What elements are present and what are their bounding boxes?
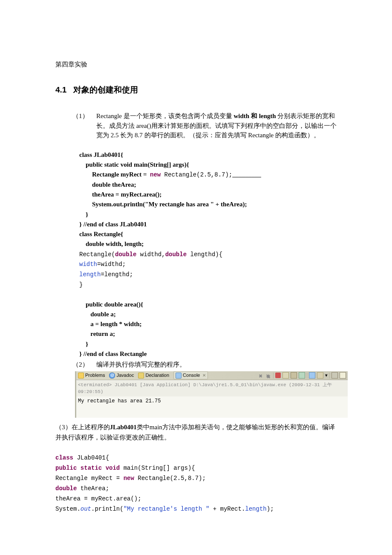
problems-icon xyxy=(78,373,84,379)
section-title: 4.1 对象的创建和使用 xyxy=(55,84,337,96)
tab-declaration[interactable]: Declaration xyxy=(138,372,169,379)
code-line: double a; xyxy=(79,311,116,318)
question-2: （2） 编译并执行你填写完整的程序。 xyxy=(72,360,337,370)
clear-icon[interactable] xyxy=(282,372,289,379)
console-icon xyxy=(176,373,182,379)
code-line: System.out.println("My rectangle has are… xyxy=(79,201,247,208)
section-name: 对象的创建和使用 xyxy=(73,85,138,94)
keyword-double: double xyxy=(55,485,77,492)
question-2-number: （2） xyxy=(72,360,96,370)
javadoc-icon: @ xyxy=(109,373,115,379)
code-line: } xyxy=(79,341,88,347)
separator-icon xyxy=(273,373,274,379)
keyword-void: void xyxy=(106,465,120,471)
remove-terminated-icon[interactable]: ✖ xyxy=(259,373,264,378)
code-line: } //end of class Rectangle xyxy=(79,350,147,357)
field-length: length xyxy=(79,271,101,278)
code-line: theArea = myRect.area(); xyxy=(79,191,161,198)
separator-icon xyxy=(307,373,307,379)
chapter-subtitle: 第四章实验 xyxy=(55,60,337,69)
tab-console[interactable]: Console ✕ xyxy=(173,371,208,379)
console-process-info: <terminated> JLab0401 [Java Application]… xyxy=(76,380,348,396)
console-tabbar: Problems @ Javadoc Declaration Console ✕… xyxy=(76,371,348,380)
minimize-icon[interactable] xyxy=(331,372,338,379)
question-1-number: （1） xyxy=(72,111,96,140)
terminate-icon[interactable] xyxy=(275,373,281,378)
tab-javadoc[interactable]: @ Javadoc xyxy=(109,372,134,379)
code-line: return a; xyxy=(79,330,115,337)
question-3: （3）在上述程序的JLab0401类中main方法中添加相关语句，使之能够输出矩… xyxy=(55,422,337,442)
keyword-new: new xyxy=(150,171,161,178)
code-line: a = length * width; xyxy=(79,321,141,327)
field-length: length xyxy=(245,506,266,512)
separator-icon xyxy=(329,373,330,379)
code-line: } //end of class JLab0401 xyxy=(79,221,147,228)
eclipse-console-panel: Problems @ Javadoc Declaration Console ✕… xyxy=(75,371,348,418)
code-line: double theArea; xyxy=(79,181,136,188)
code-line: class Rectangle{ xyxy=(79,231,123,237)
code-block-2: class JLab0401{ public static void main(… xyxy=(55,442,337,515)
console-output: My rectangle has area 21.75 xyxy=(76,396,348,418)
code-line: public double area(){ xyxy=(79,301,143,308)
code-line: double width, length; xyxy=(79,240,144,247)
tab-problems[interactable]: Problems xyxy=(78,372,105,379)
scroll-lock-icon[interactable] xyxy=(291,372,297,379)
keyword-class: class xyxy=(55,454,73,461)
remove-all-icon[interactable]: ✖✖ xyxy=(266,373,271,378)
close-icon[interactable]: ✕ xyxy=(202,372,206,379)
field-width: width xyxy=(79,261,97,268)
q1-text: Rectangle 是一个矩形类，该类包含两个成员变量 width 和 leng… xyxy=(96,113,337,139)
maximize-icon[interactable] xyxy=(340,372,346,379)
code-line: Rectangle myRect = xyxy=(79,171,150,178)
static-out: out xyxy=(81,506,91,512)
keyword-double: double xyxy=(115,251,136,258)
display-selected-icon[interactable] xyxy=(309,372,315,379)
section-number: 4.1 xyxy=(55,85,66,94)
console-toolbar: ✖ ✖✖ ▾ xyxy=(259,372,346,379)
bold-width: width xyxy=(233,113,249,119)
pin-icon[interactable] xyxy=(299,372,305,379)
keyword-static: static xyxy=(81,465,102,471)
keyword-public: public xyxy=(55,465,77,471)
keyword-new: new xyxy=(124,475,134,482)
keyword-double: double xyxy=(165,251,187,258)
question-2-text: 编译并执行你填写完整的程序。 xyxy=(96,360,337,370)
declaration-icon xyxy=(138,373,144,379)
question-1: （1） Rectangle 是一个矩形类，该类包含两个成员变量 width 和 … xyxy=(72,111,337,140)
code-line: } xyxy=(79,281,83,288)
question-1-body: Rectangle 是一个矩形类，该类包含两个成员变量 width 和 leng… xyxy=(96,111,337,140)
bold-classname: JLab0401 xyxy=(110,424,137,431)
code-line: theArea = myRect.area(); xyxy=(55,495,141,502)
bold-length: length xyxy=(259,113,276,119)
code-line: public static void main(String[] args){ xyxy=(79,161,189,168)
fill-blank: _________ xyxy=(232,171,261,178)
code-block-1: class JLab0401{ public static void main(… xyxy=(79,140,337,359)
code-line: class JLab0401{ xyxy=(79,151,123,158)
string-literal: "My rectangle's length " xyxy=(124,506,210,512)
document-page: 第四章实验 4.1 对象的创建和使用 （1） Rectangle 是一个矩形类，… xyxy=(0,0,392,531)
code-line: } xyxy=(79,211,88,218)
open-console-icon[interactable] xyxy=(317,372,323,379)
